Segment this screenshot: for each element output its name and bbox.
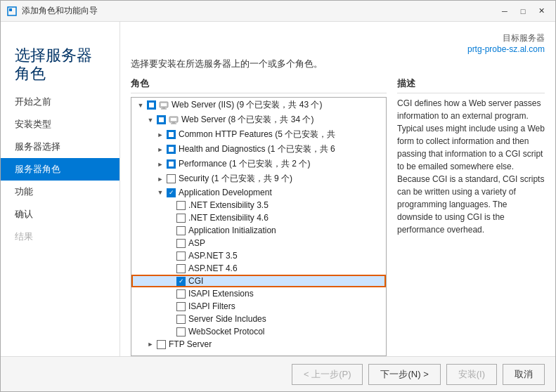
nav-item-features[interactable]: 功能 xyxy=(1,181,119,203)
tree-item[interactable]: WebSocket Protocol xyxy=(131,325,386,338)
window-title: 添加角色和功能向导 xyxy=(22,5,496,17)
tree-item[interactable]: ▼ Web Server (IIS) (9 个已安装，共 43 个) xyxy=(131,98,386,112)
nav-item-server-select[interactable]: 服务器选择 xyxy=(1,136,119,158)
description-label: 描述 xyxy=(397,77,545,93)
roles-panel: 角色 ▼ Web Server (IIS) (9 个已安装，共 43 个)▼ W… xyxy=(131,77,387,356)
tree-item-label: Health and Diagnostics (1 个已安装，共 6 xyxy=(179,143,335,155)
tree-container[interactable]: ▼ Web Server (IIS) (9 个已安装，共 43 个)▼ Web … xyxy=(131,97,387,356)
tree-item[interactable]: Server Side Includes xyxy=(131,313,386,325)
checkbox[interactable] xyxy=(157,115,166,124)
tree-item[interactable]: ►Health and Diagnostics (1 个已安装，共 6 xyxy=(131,142,386,157)
expand-icon xyxy=(165,327,175,337)
nav-item-before-begin[interactable]: 开始之前 xyxy=(1,91,119,113)
tree-item-label: ASP.NET 4.6 xyxy=(188,263,238,273)
expand-icon[interactable]: ▼ xyxy=(155,188,165,197)
expand-icon xyxy=(165,314,175,324)
tree-item[interactable]: ASP xyxy=(131,237,386,249)
tree-item[interactable]: .NET Extensibility 3.5 xyxy=(131,199,386,211)
expand-icon[interactable]: ▼ xyxy=(146,115,155,125)
tree-item-label: Web Server (IIS) (9 个已安装，共 43 个) xyxy=(172,99,322,111)
tree-item-label: Application Initialization xyxy=(188,226,276,235)
tree-item-label: Server Side Includes xyxy=(188,314,266,324)
checkbox[interactable] xyxy=(167,145,176,154)
checkbox[interactable]: ✓ xyxy=(176,277,186,286)
tree-item-label: .NET Extensibility 3.5 xyxy=(188,200,269,210)
close-button[interactable]: ✕ xyxy=(533,4,550,18)
tree-item[interactable]: ISAPI Extensions xyxy=(131,287,386,300)
tree-item[interactable]: ISAPI Filters xyxy=(131,300,386,313)
checkbox[interactable] xyxy=(176,214,186,223)
tree-item-label: .NET Extensibility 4.6 xyxy=(188,213,269,223)
expand-icon xyxy=(165,289,175,299)
expand-icon xyxy=(165,238,175,248)
checkbox[interactable] xyxy=(176,239,186,248)
tree-item-label: ISAPI Extensions xyxy=(188,289,254,299)
folder-icon xyxy=(169,115,179,125)
bottom-bar: < 上一步(P) 下一步(N) > 安装(I) 取消 xyxy=(1,356,555,391)
page-title-area: 选择服务器角色 xyxy=(1,36,119,91)
checkbox[interactable] xyxy=(176,264,186,273)
tree-item[interactable]: ►Performance (1 个已安装，共 2 个) xyxy=(131,157,386,171)
nav-item-server-roles[interactable]: 服务器角色 xyxy=(1,158,119,181)
install-button[interactable]: 安装(I) xyxy=(446,364,497,385)
tree-item[interactable]: ►Security (1 个已安装，共 9 个) xyxy=(131,171,386,186)
expand-icon[interactable]: ► xyxy=(155,174,165,184)
checkbox[interactable] xyxy=(176,226,186,235)
nav-list: 开始之前安装类型服务器选择服务器角色功能确认结果 xyxy=(1,91,119,248)
tree-item-label: Common HTTP Features (5 个已安装，共 xyxy=(179,129,335,141)
tree-item[interactable]: ASP.NET 3.5 xyxy=(131,249,386,262)
checkbox[interactable] xyxy=(147,100,156,110)
tree-item[interactable]: ✓CGI xyxy=(131,275,386,287)
page-title: 选择服务器角色 xyxy=(15,46,105,84)
minimize-button[interactable]: ─ xyxy=(496,4,513,18)
main-window: 添加角色和功能向导 ─ □ ✕ 选择服务器角色 开始之前安装类型服务器选择服务器… xyxy=(0,0,556,392)
checkbox[interactable] xyxy=(167,174,176,183)
expand-icon xyxy=(165,200,175,210)
checkbox[interactable] xyxy=(167,130,176,139)
nav-item-confirm[interactable]: 确认 xyxy=(1,203,119,226)
checkbox[interactable] xyxy=(167,159,176,169)
expand-icon[interactable]: ► xyxy=(146,339,155,349)
tree-item-label: CGI xyxy=(188,276,203,286)
checkbox[interactable]: ✓ xyxy=(167,188,176,197)
expand-icon[interactable]: ▼ xyxy=(136,100,146,110)
tree-item-label: ISAPI Filters xyxy=(188,301,235,311)
svg-rect-4 xyxy=(162,107,165,109)
prev-button[interactable]: < 上一步(P) xyxy=(292,364,363,385)
cancel-button[interactable]: 取消 xyxy=(503,364,545,385)
nav-item-install-type[interactable]: 安装类型 xyxy=(1,113,119,136)
checkbox[interactable] xyxy=(176,201,186,210)
checkbox[interactable] xyxy=(157,340,166,349)
expand-icon[interactable]: ► xyxy=(155,130,165,140)
target-label: 目标服务器 xyxy=(503,33,545,43)
tree-item-label: Security (1 个已安装，共 9 个) xyxy=(179,173,292,185)
maximize-button[interactable]: □ xyxy=(515,4,531,18)
checkbox[interactable] xyxy=(176,289,186,299)
expand-icon[interactable]: ► xyxy=(155,159,165,169)
svg-rect-7 xyxy=(171,118,176,121)
tree-item-label: Application Development xyxy=(179,188,272,197)
tree-item[interactable]: ▼ Web Server (8 个已安装，共 34 个) xyxy=(131,112,386,127)
instruction-text: 选择要安装在所选服务器上的一个或多个角色。 xyxy=(131,58,545,70)
svg-rect-8 xyxy=(172,122,175,124)
description-text: CGI defines how a Web server passes info… xyxy=(397,97,545,236)
tree-item-label: FTP Server xyxy=(169,339,212,349)
checkbox[interactable] xyxy=(176,327,186,337)
tree-item[interactable]: .NET Extensibility 4.6 xyxy=(131,211,386,224)
svg-rect-9 xyxy=(171,123,176,124)
expand-icon[interactable]: ► xyxy=(155,145,165,155)
checkbox[interactable] xyxy=(176,251,186,261)
content-area: 选择服务器角色 开始之前安装类型服务器选择服务器角色功能确认结果 目标服务器 p… xyxy=(1,22,555,356)
next-button[interactable]: 下一步(N) > xyxy=(368,364,440,385)
tree-item[interactable]: ASP.NET 4.6 xyxy=(131,262,386,275)
main-content: 目标服务器 prtg-probe-sz.al.com 选择要安装在所选服务器上的… xyxy=(120,22,555,356)
tree-item[interactable]: ►FTP Server xyxy=(131,338,386,351)
tree-item[interactable]: ▼✓Application Development xyxy=(131,186,386,199)
tree-item[interactable]: Application Initialization xyxy=(131,224,386,237)
checkbox[interactable] xyxy=(176,315,186,324)
tree-item[interactable]: ►Common HTTP Features (5 个已安装，共 xyxy=(131,127,386,142)
folder-icon xyxy=(159,100,169,110)
target-info: 目标服务器 prtg-probe-sz.al.com xyxy=(131,32,545,54)
checkbox[interactable] xyxy=(176,302,186,311)
target-server: prtg-probe-sz.al.com xyxy=(467,44,545,54)
